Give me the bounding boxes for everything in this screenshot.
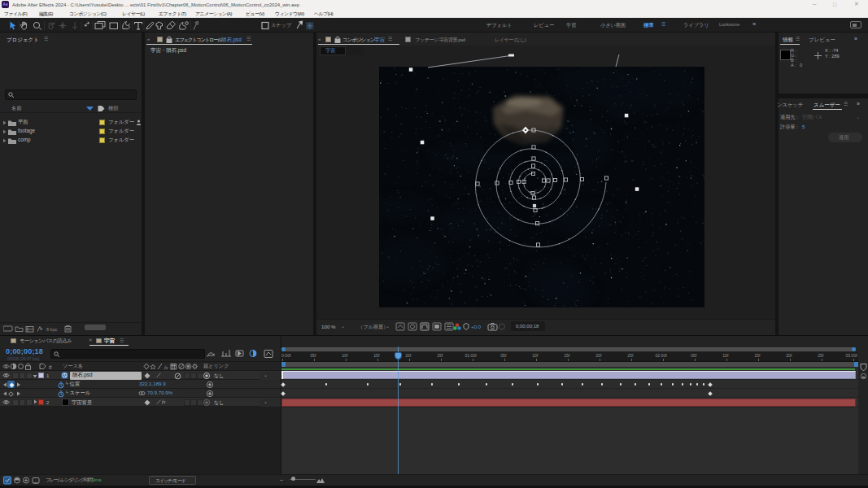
svg-text:8 bpc: 8 bpc (46, 327, 58, 332)
svg-text:fx: fx (164, 364, 168, 369)
svg-text:#: # (49, 364, 52, 370)
